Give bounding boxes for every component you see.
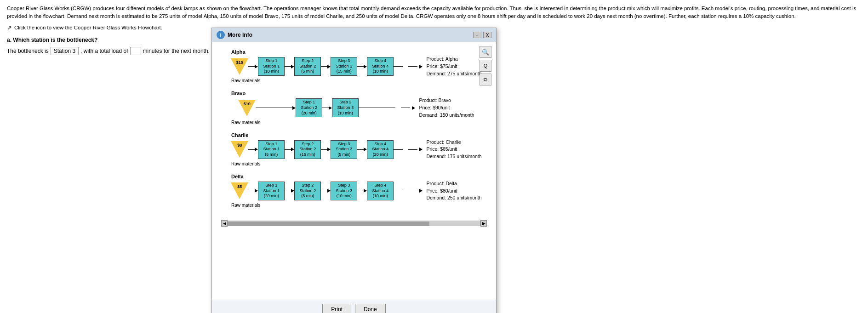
alpha-info-line1: Product: Alpha: [426, 56, 481, 63]
modal-toolbar: 🔍 Q ⧉: [480, 46, 491, 64]
alpha-step1-label: Step 1: [260, 58, 282, 64]
alpha-step3: Step 3 Station 3 (15 min): [331, 57, 357, 64]
alpha-step2-label: Step 2: [297, 58, 319, 64]
modal-titlebar: i More Info − X: [212, 28, 496, 42]
link-icon: ↗: [7, 24, 12, 31]
alpha-step4-label: Step 4: [369, 58, 391, 64]
zoom-in-button[interactable]: 🔍: [480, 46, 491, 58]
minimize-button[interactable]: −: [473, 32, 481, 38]
answer-middle: , with a total load of: [80, 48, 128, 54]
modal-titlebar-left: i More Info: [217, 31, 252, 39]
question-body: Which station is the bottleneck?: [13, 37, 97, 43]
modal-window: i More Info − X 🔍 Q ⧉ Alpha $10: [211, 28, 497, 64]
info-icon: i: [217, 31, 225, 39]
alpha-step2: Step 2 Station 2 (5 min): [294, 57, 321, 64]
alpha-label: Alpha: [231, 49, 246, 55]
click-link-text: Click the icon to view the Cooper River …: [14, 25, 162, 30]
answer-prefix: The bottleneck is: [7, 48, 49, 54]
station-answer: Station 3: [51, 47, 79, 55]
alpha-step1: Step 1 Station 1 (10 min): [258, 57, 285, 64]
product-row-alpha: Alpha $10 Step 1 Station 1: [221, 49, 491, 64]
minutes-input[interactable]: [130, 47, 141, 55]
alpha-step4-station: Station 4: [369, 64, 391, 64]
zoom-out-button[interactable]: Q: [480, 60, 491, 64]
alpha-cost-label: $10: [236, 60, 243, 64]
alpha-step3-station: Station 3: [333, 64, 355, 64]
alpha-info-line2: Price: $75/unit: [426, 63, 481, 64]
alpha-step3-label: Step 3: [333, 58, 355, 64]
flowchart-area: Alpha $10 Step 1 Station 1: [217, 47, 491, 64]
modal-titlebar-right: − X: [473, 32, 491, 38]
modal-title: More Info: [228, 32, 252, 38]
alpha-product-info: Product: Alpha Price: $75/unit Demand: 2…: [408, 56, 481, 64]
alpha-step4: Step 4 Station 4 (10 min): [367, 57, 394, 64]
intro-text: Cooper River Glass Works (CRGW) produces…: [7, 5, 857, 21]
alpha-material-cost: $10: [231, 57, 248, 64]
modal-content: 🔍 Q ⧉ Alpha $10: [212, 42, 496, 64]
question-label: a.: [7, 37, 11, 43]
alpha-step1-station: Station 1: [260, 64, 282, 64]
answer-suffix: minutes for the next month.: [143, 48, 210, 54]
close-button[interactable]: X: [483, 32, 491, 38]
alpha-step2-station: Station 2: [297, 64, 319, 64]
